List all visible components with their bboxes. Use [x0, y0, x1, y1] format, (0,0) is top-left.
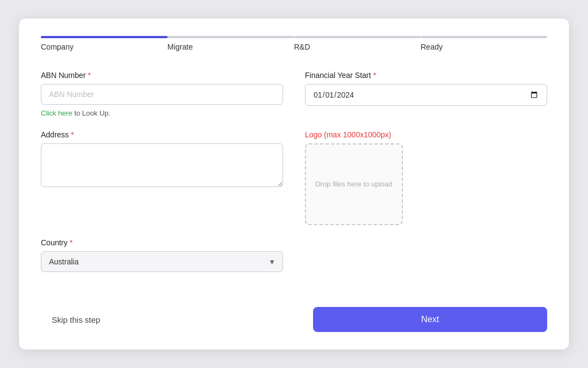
step-label-rd: R&D [294, 43, 310, 51]
row-country: Country* AustraliaNew ZealandUnited Stat… [41, 238, 547, 272]
modal-container: Company Migrate R&D Ready ABN Number* Cl… [19, 19, 569, 349]
col-logo-placeholder [305, 238, 547, 272]
step-label-migrate: Migrate [168, 43, 193, 51]
lookup-link[interactable]: Click here [41, 109, 72, 117]
step-bar-migrate [168, 36, 295, 38]
step-rd: R&D [294, 36, 421, 51]
form-body: ABN Number* Click here to Look Up. Finan… [19, 51, 569, 296]
lookup-suffix: to Look Up. [72, 109, 111, 117]
col-logo: Logo (max 1000x1000px) Drop files here t… [305, 130, 547, 225]
step-migrate: Migrate [168, 36, 295, 51]
financial-year-input[interactable] [305, 84, 547, 106]
row-address-logo: Address* Logo (max 1000x1000px) Drop fil… [41, 130, 547, 225]
step-bar-company [41, 36, 168, 38]
footer: Skip this step Next [19, 296, 569, 349]
step-bar-rd [294, 36, 421, 38]
step-label-ready: Ready [421, 43, 443, 51]
skip-button[interactable]: Skip this step [41, 310, 111, 330]
abn-label: ABN Number* [41, 71, 283, 80]
country-select[interactable]: AustraliaNew ZealandUnited StatesUnited … [41, 251, 283, 272]
country-label: Country* [41, 238, 283, 247]
dropzone-text: Drop files here to upload [315, 179, 393, 190]
country-select-wrapper: AustraliaNew ZealandUnited StatesUnited … [41, 251, 283, 272]
step-ready: Ready [421, 36, 548, 51]
step-bar-ready [421, 36, 548, 38]
row-abn-financial: ABN Number* Click here to Look Up. Finan… [41, 71, 547, 117]
logo-label: Logo (max 1000x1000px) [305, 130, 547, 139]
step-label-company: Company [41, 43, 74, 51]
address-textarea[interactable] [41, 143, 283, 187]
financial-year-label: Financial Year Start* [305, 71, 547, 80]
col-country: Country* AustraliaNew ZealandUnited Stat… [41, 238, 283, 272]
next-button[interactable]: Next [313, 307, 547, 332]
logo-dropzone[interactable]: Drop files here to upload [305, 143, 403, 225]
col-abn: ABN Number* Click here to Look Up. [41, 71, 283, 117]
step-company: Company [41, 36, 168, 51]
address-label: Address* [41, 130, 283, 139]
stepper: Company Migrate R&D Ready [19, 19, 569, 51]
col-financial-year: Financial Year Start* [305, 71, 547, 117]
col-address: Address* [41, 130, 283, 225]
abn-input[interactable] [41, 84, 283, 105]
lookup-link-container: Click here to Look Up. [41, 109, 283, 117]
